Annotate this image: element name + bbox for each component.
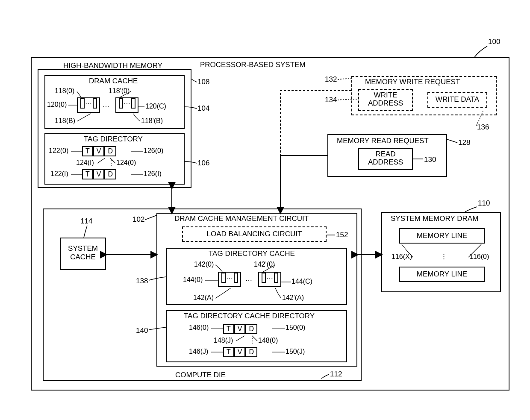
- tdcd-150-j: 150(J): [286, 348, 305, 355]
- mrr-title: MEMORY READ REQUEST: [337, 137, 429, 145]
- compute-die-title: COMPUTE DIE: [175, 371, 226, 379]
- td-122-i: 122(I): [50, 170, 68, 178]
- dc-120-0: 120(0): [47, 101, 67, 109]
- tvd-row-top: TVD: [82, 146, 116, 156]
- read-address-box: READADDRESS: [358, 148, 413, 170]
- lbc-box: LOAD BALANCING CIRCUIT: [182, 226, 327, 242]
- tvd-row-tdcd-bot: TVD: [223, 347, 257, 357]
- ref-130: 130: [424, 156, 436, 164]
- sm-116-x: 116(X): [392, 253, 412, 261]
- td-124-0: 124(0): [116, 159, 136, 167]
- dcmc-title: DRAM CACHE MANAGEMENT CIRCUIT: [174, 214, 309, 223]
- hbm-title: HIGH-BANDWIDTH MEMORY: [63, 62, 162, 70]
- ref-136: 136: [477, 123, 489, 132]
- ref-134: 134: [325, 96, 337, 104]
- dc-set-right: ⋯: [115, 97, 138, 113]
- memory-line-top: MEMORY LINE: [399, 228, 485, 244]
- tdc-title: TAG DIRECTORY CACHE: [209, 250, 295, 258]
- tvd-row-tdcd-top: TVD: [223, 324, 257, 334]
- ra-lbl: READADDRESS: [359, 150, 412, 166]
- ref-112: 112: [330, 370, 342, 379]
- sm-116-0: 116(0): [469, 253, 489, 261]
- tdc-142-0: 142(0): [194, 261, 214, 268]
- tdcd-150-0: 150(0): [286, 324, 305, 332]
- ref-100: 100: [488, 38, 500, 46]
- ref-132: 132: [325, 75, 337, 84]
- tag-directory-title: TAG DIRECTORY: [84, 135, 143, 144]
- ref-140: 140: [136, 326, 148, 335]
- tdcd-148-0: 148(0): [258, 337, 278, 344]
- tdc-set-right: ⋯: [258, 272, 281, 287]
- system-title: PROCESSOR-BASED SYSTEM: [200, 61, 306, 69]
- tdc-set-left: ⋯: [218, 272, 241, 287]
- tdc-144-0: 144(0): [183, 276, 203, 284]
- tdc-142-a: 142(A): [193, 294, 214, 302]
- td-126-i: 126(I): [144, 170, 162, 178]
- td-126-0: 126(0): [144, 147, 163, 155]
- ref-138: 138: [136, 277, 148, 285]
- tdcd-146-j: 146(J): [189, 348, 208, 355]
- tdcd-148-j: 148(J): [214, 337, 233, 344]
- dc-118p-0: 118'(0): [109, 87, 130, 95]
- wd-lbl: WRITE DATA: [436, 95, 479, 103]
- tdc-142p-a: 142'(A): [282, 294, 304, 302]
- tdcd-title: TAG DIRECTORY CACHE DIRECTORY: [184, 312, 315, 320]
- mwr-title: MEMORY WRITE REQUEST: [365, 78, 460, 86]
- ref-106: 106: [197, 159, 209, 167]
- ref-110: 110: [478, 199, 490, 208]
- tdc-142p-0: 142'(0): [254, 261, 275, 268]
- ref-114: 114: [80, 217, 92, 226]
- dc-120-c: 120(C): [145, 103, 166, 110]
- sys-mem-title: SYSTEM MEMORY DRAM: [391, 214, 478, 223]
- tdcd-146-0: 146(0): [189, 324, 209, 332]
- system-cache-box: SYSTEMCACHE: [60, 238, 106, 270]
- td-124-i: 124(I): [76, 159, 94, 167]
- ref-108: 108: [197, 78, 209, 86]
- dc-118-b: 118(B): [55, 117, 75, 125]
- ref-104: 104: [197, 104, 209, 113]
- write-address-box: WRITEADDRESS: [358, 89, 413, 111]
- dc-118p-b: 118'(B): [141, 117, 163, 125]
- tvd-row-bot: TVD: [82, 169, 116, 179]
- dc-set-left: ⋯: [77, 97, 100, 113]
- wa-lbl: WRITEADDRESS: [359, 91, 412, 107]
- memory-line-bot: MEMORY LINE: [399, 267, 485, 282]
- ref-128: 128: [458, 138, 470, 147]
- lbc-lbl: LOAD BALANCING CIRCUIT: [207, 230, 302, 238]
- write-data-box: WRITE DATA: [427, 92, 487, 108]
- sc-lbl: SYSTEMCACHE: [61, 244, 105, 261]
- dram-cache-title: DRAM CACHE: [89, 77, 138, 85]
- dc-118-0: 118(0): [55, 87, 74, 95]
- ref-102: 102: [132, 215, 144, 224]
- tdc-144-c: 144(C): [292, 278, 312, 285]
- ref-152: 152: [336, 231, 348, 239]
- td-122-0: 122(0): [49, 147, 68, 155]
